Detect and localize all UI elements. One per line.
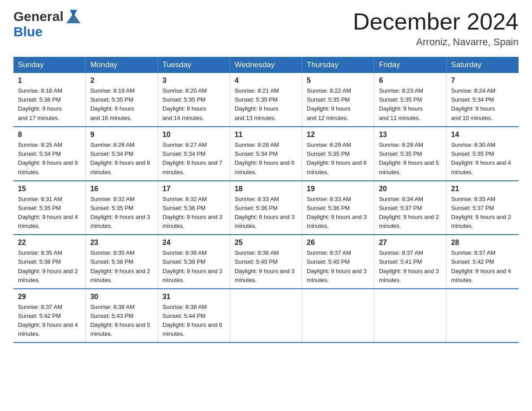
day-info: Sunrise: 8:23 AMSunset: 5:35 PMDaylight:… [379,86,442,123]
calendar-cell: 17Sunrise: 8:32 AMSunset: 5:36 PMDayligh… [158,181,230,235]
day-number: 21 [451,185,514,193]
month-title: December 2024 [353,9,519,34]
calendar-cell: 11Sunrise: 8:28 AMSunset: 5:34 PMDayligh… [230,127,302,181]
day-info: Sunrise: 8:22 AMSunset: 5:35 PMDaylight:… [307,86,369,123]
day-info: Sunrise: 8:37 AMSunset: 5:40 PMDaylight:… [307,248,369,285]
day-number: 26 [307,239,369,247]
day-number: 11 [235,131,297,139]
day-info: Sunrise: 8:29 AMSunset: 5:35 PMDaylight:… [307,141,369,177]
day-info: Sunrise: 8:38 AMSunset: 5:43 PMDaylight:… [90,303,153,339]
calendar-week-1: 1Sunrise: 8:18 AMSunset: 5:36 PMDaylight… [13,73,519,127]
calendar-cell: 30Sunrise: 8:38 AMSunset: 5:43 PMDayligh… [86,289,158,343]
day-info: Sunrise: 8:37 AMSunset: 5:42 PMDaylight:… [451,248,514,285]
day-info: Sunrise: 8:33 AMSunset: 5:36 PMDaylight:… [307,195,369,231]
calendar-cell: 16Sunrise: 8:32 AMSunset: 5:35 PMDayligh… [86,181,158,235]
calendar-cell: 2Sunrise: 8:19 AMSunset: 5:35 PMDaylight… [86,73,158,127]
location-text: Arroniz, Navarre, Spain [353,36,519,48]
day-number: 19 [307,185,369,193]
day-number: 20 [379,185,442,193]
day-info: Sunrise: 8:20 AMSunset: 5:35 PMDaylight:… [163,86,225,123]
day-number: 5 [307,77,369,85]
calendar-cell: 31Sunrise: 8:38 AMSunset: 5:44 PMDayligh… [158,289,230,343]
calendar-week-4: 22Sunrise: 8:35 AMSunset: 5:38 PMDayligh… [13,235,519,289]
day-number: 9 [90,131,153,139]
col-thursday: Thursday [302,57,374,73]
calendar-week-2: 8Sunrise: 8:25 AMSunset: 5:34 PMDaylight… [13,127,519,181]
day-info: Sunrise: 8:28 AMSunset: 5:34 PMDaylight:… [235,141,297,177]
day-number: 22 [18,239,81,247]
calendar-cell: 9Sunrise: 8:26 AMSunset: 5:34 PMDaylight… [86,127,158,181]
calendar-cell: 20Sunrise: 8:34 AMSunset: 5:37 PMDayligh… [374,181,446,235]
calendar-cell: 28Sunrise: 8:37 AMSunset: 5:42 PMDayligh… [446,235,519,289]
day-number: 2 [90,77,153,85]
calendar-cell: 18Sunrise: 8:33 AMSunset: 5:36 PMDayligh… [230,181,302,235]
calendar-cell: 21Sunrise: 8:35 AMSunset: 5:37 PMDayligh… [446,181,519,235]
calendar-cell [230,289,302,343]
calendar-cell: 22Sunrise: 8:35 AMSunset: 5:38 PMDayligh… [13,235,86,289]
title-block: December 2024 Arroniz, Navarre, Spain [353,9,519,48]
header-row: Sunday Monday Tuesday Wednesday Thursday… [13,57,519,73]
day-info: Sunrise: 8:38 AMSunset: 5:44 PMDaylight:… [163,303,225,339]
day-info: Sunrise: 8:34 AMSunset: 5:37 PMDaylight:… [379,195,442,231]
day-number: 6 [379,77,442,85]
day-number: 15 [18,185,81,193]
day-number: 1 [18,77,81,85]
day-number: 13 [379,131,442,139]
calendar-cell: 27Sunrise: 8:37 AMSunset: 5:41 PMDayligh… [374,235,446,289]
day-info: Sunrise: 8:25 AMSunset: 5:34 PMDaylight:… [18,141,81,177]
calendar-cell: 25Sunrise: 8:36 AMSunset: 5:40 PMDayligh… [230,235,302,289]
day-number: 8 [18,131,81,139]
day-number: 7 [451,77,514,85]
col-monday: Monday [86,57,158,73]
calendar-cell [374,289,446,343]
day-number: 3 [163,77,225,85]
day-number: 10 [163,131,225,139]
calendar-cell: 15Sunrise: 8:31 AMSunset: 5:35 PMDayligh… [13,181,86,235]
day-info: Sunrise: 8:31 AMSunset: 5:35 PMDaylight:… [18,195,81,231]
calendar-week-3: 15Sunrise: 8:31 AMSunset: 5:35 PMDayligh… [13,181,519,235]
day-info: Sunrise: 8:21 AMSunset: 5:35 PMDaylight:… [235,86,297,123]
calendar-cell: 12Sunrise: 8:29 AMSunset: 5:35 PMDayligh… [302,127,374,181]
calendar-cell: 7Sunrise: 8:24 AMSunset: 5:34 PMDaylight… [446,73,519,127]
calendar-cell: 5Sunrise: 8:22 AMSunset: 5:35 PMDaylight… [302,73,374,127]
calendar-week-5: 29Sunrise: 8:37 AMSunset: 5:42 PMDayligh… [13,289,519,343]
day-info: Sunrise: 8:36 AMSunset: 5:39 PMDaylight:… [163,248,225,285]
calendar-cell: 13Sunrise: 8:29 AMSunset: 5:35 PMDayligh… [374,127,446,181]
day-info: Sunrise: 8:18 AMSunset: 5:36 PMDaylight:… [18,86,81,123]
day-number: 14 [451,131,514,139]
day-number: 16 [90,185,153,193]
day-info: Sunrise: 8:26 AMSunset: 5:34 PMDaylight:… [90,141,153,177]
col-wednesday: Wednesday [230,57,302,73]
day-number: 25 [235,239,297,247]
calendar-cell: 14Sunrise: 8:30 AMSunset: 5:35 PMDayligh… [446,127,519,181]
day-number: 24 [163,239,225,247]
calendar-cell: 6Sunrise: 8:23 AMSunset: 5:35 PMDaylight… [374,73,446,127]
calendar-cell: 3Sunrise: 8:20 AMSunset: 5:35 PMDaylight… [158,73,230,127]
day-number: 31 [163,293,225,301]
day-number: 4 [235,77,297,85]
col-sunday: Sunday [13,57,86,73]
calendar-cell: 24Sunrise: 8:36 AMSunset: 5:39 PMDayligh… [158,235,230,289]
day-info: Sunrise: 8:30 AMSunset: 5:35 PMDaylight:… [451,141,514,177]
day-number: 23 [90,239,153,247]
calendar-table: Sunday Monday Tuesday Wednesday Thursday… [13,57,519,343]
day-info: Sunrise: 8:19 AMSunset: 5:35 PMDaylight:… [90,86,153,123]
calendar-cell: 8Sunrise: 8:25 AMSunset: 5:34 PMDaylight… [13,127,86,181]
day-info: Sunrise: 8:29 AMSunset: 5:35 PMDaylight:… [379,141,442,177]
calendar-cell [302,289,374,343]
col-saturday: Saturday [446,57,519,73]
day-info: Sunrise: 8:35 AMSunset: 5:38 PMDaylight:… [18,248,81,285]
day-number: 17 [163,185,225,193]
logo: General Blue [13,9,82,39]
day-info: Sunrise: 8:35 AMSunset: 5:37 PMDaylight:… [451,195,514,231]
day-info: Sunrise: 8:36 AMSunset: 5:40 PMDaylight:… [235,248,297,285]
day-number: 28 [451,239,514,247]
day-number: 27 [379,239,442,247]
day-info: Sunrise: 8:35 AMSunset: 5:38 PMDaylight:… [90,248,153,285]
calendar-cell: 23Sunrise: 8:35 AMSunset: 5:38 PMDayligh… [86,235,158,289]
svg-marker-1 [66,13,81,23]
calendar-cell [446,289,519,343]
page-header: General Blue December 2024 Arroniz, Nava… [13,9,519,48]
day-number: 30 [90,293,153,301]
day-info: Sunrise: 8:37 AMSunset: 5:41 PMDaylight:… [379,248,442,285]
